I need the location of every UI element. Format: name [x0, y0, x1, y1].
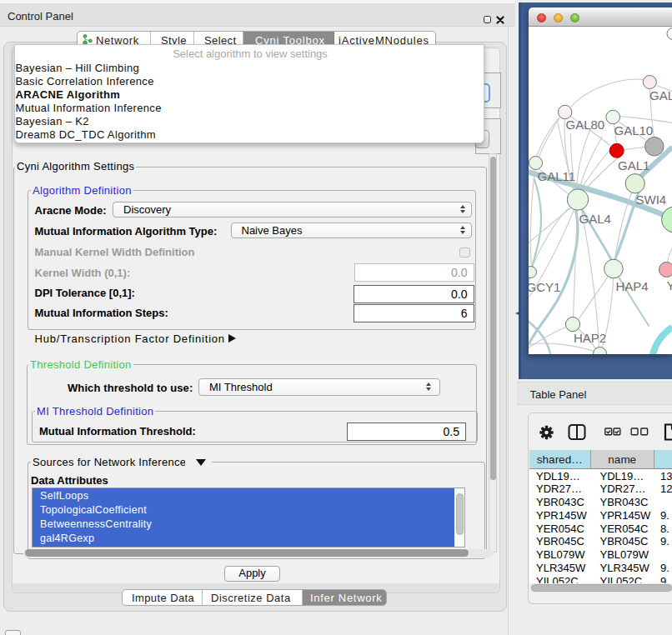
svg-text:SWI4: SWI4	[636, 192, 667, 207]
svg-text:HAP2: HAP2	[574, 331, 606, 345]
svg-text:GAL1: GAL1	[618, 158, 649, 172]
svg-text:GAL80: GAL80	[566, 118, 605, 132]
svg-text:HAP4: HAP4	[616, 279, 649, 293]
svg-text:GAL7: GAL7	[649, 88, 672, 102]
svg-text:GAL4: GAL4	[579, 212, 611, 226]
svg-text:GAL10: GAL10	[614, 123, 654, 138]
svg-text:GCY1: GCY1	[529, 280, 560, 294]
svg-text:GAL11: GAL11	[538, 169, 576, 183]
svg-text:Y: Y	[667, 278, 672, 292]
